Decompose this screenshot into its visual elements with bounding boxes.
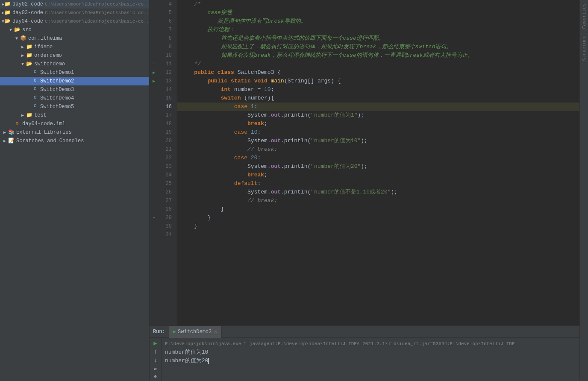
code-content: 如果匹配上了，就会执行对应的语句体，如果此时发现了break，那么结束整个swi… <box>181 43 452 51</box>
code-container: − ▶ ▶ − <box>150 0 579 325</box>
side-tabs: Favorites Structure <box>579 0 588 381</box>
sidebar-item-switchdemo1[interactable]: C SwitchDemo1 <box>0 68 149 77</box>
code-content: break; <box>181 171 268 179</box>
line-num-18: 18 <box>162 120 173 128</box>
sidebar-item-external-libs[interactable]: ▶ 📚 External Libraries <box>0 128 149 137</box>
sidebar-item-ifdemo[interactable]: ▶ 📁 ifdemo <box>0 43 149 51</box>
code-line-16: case 1: <box>177 103 579 111</box>
line-num-19: 19 <box>162 128 173 137</box>
run-wrap-button[interactable]: ⇌ <box>151 366 160 372</box>
java-icon: C <box>32 78 38 85</box>
code-line-21: // break; <box>177 145 579 154</box>
sidebar-item-label: SwitchDemo2 <box>40 78 149 84</box>
folder-icon: 📁 <box>4 1 11 8</box>
line-num-24: 24 <box>162 171 173 179</box>
run-scroll-down-button[interactable]: ↓ <box>151 357 160 364</box>
run-label: Run: <box>153 329 165 335</box>
sidebar-item-label: SwitchDemo5 <box>40 104 149 110</box>
code-content: case 10: <box>181 128 261 137</box>
code-line-28: } <box>177 205 579 214</box>
line-num-9: 9 <box>162 43 173 51</box>
gutter-run-12[interactable]: ▶ <box>150 68 158 77</box>
side-tab-favorites[interactable]: Favorites <box>581 0 588 32</box>
sidebar-item-switchdemo4[interactable]: C SwitchDemo4 <box>0 94 149 103</box>
code-content: } <box>181 205 224 214</box>
sidebar-item-switchdemo[interactable]: ▼ 📂 switchdemo <box>0 60 149 68</box>
code-line-7: 执行流程： <box>177 26 579 34</box>
folder-icon: 📁 <box>26 112 32 119</box>
line-num-5: 5 <box>162 9 173 17</box>
run-output-line-2: number的值为20 <box>165 357 576 365</box>
project-sidebar: ▶ 📁 day02-code C:\Users\moon\IdeaProject… <box>0 0 150 381</box>
gutter-line-6 <box>150 17 158 26</box>
java-icon: C <box>32 69 38 76</box>
collapse-arrow: ▶ <box>20 113 26 118</box>
sidebar-item-label: SwitchDemo1 <box>40 70 149 76</box>
gutter-line-4 <box>150 0 158 9</box>
sidebar-item-day04[interactable]: ▼ 📂 day04-code C:\Users\moon\IdeaProject… <box>0 17 149 26</box>
gutter-line-21 <box>150 145 158 154</box>
text-cursor <box>208 358 209 364</box>
line-num-31: 31 <box>162 231 173 239</box>
folder-icon: 📁 <box>26 44 32 50</box>
gutter-line-22 <box>150 154 158 162</box>
sidebar-item-switchdemo2[interactable]: C SwitchDemo2 <box>0 77 149 85</box>
run-content: ▶ ↑ ↓ ⇌ ⚙ E:\develop\jdk\bin\java.exe "-… <box>150 338 579 381</box>
code-line-24: break; <box>177 171 579 179</box>
sidebar-item-src[interactable]: ▼ 📂 src <box>0 26 149 34</box>
gutter-fold-11[interactable]: − <box>150 60 158 68</box>
line-num-20: 20 <box>162 137 173 145</box>
sidebar-item-switchdemo3[interactable]: C SwitchDemo3 <box>0 85 149 94</box>
java-icon: C <box>32 95 38 102</box>
run-tab-switchdemo3[interactable]: ▶ SwitchDemo3 ✕ <box>169 326 222 338</box>
java-icon: C <box>32 103 38 110</box>
bottom-panel: Run: ▶ SwitchDemo3 ✕ ▶ ↑ ↓ ⇌ ⚙ <box>150 325 579 381</box>
line-num-16: 16 <box>162 103 173 111</box>
code-line-5: case穿透 <box>177 9 579 17</box>
line-num-22: 22 <box>162 154 173 162</box>
sidebar-item-label: SwitchDemo4 <box>40 95 149 101</box>
run-output-line-1: number的值为10 <box>165 348 576 357</box>
code-editor[interactable]: /* case穿透 就是语句体中没有写break导致的。 执行流程： <box>177 0 579 325</box>
sidebar-item-day03[interactable]: ▶ 📁 day03-code C:\Users\moon\IdeaProject… <box>0 9 149 17</box>
sidebar-item-switchdemo5[interactable]: C SwitchDemo5 <box>0 103 149 111</box>
code-content: 如果没有发现break，那么程序会继续执行下一个case的语句体，一直遇到bre… <box>181 51 473 60</box>
gutter-line-10 <box>150 51 158 60</box>
code-line-26: System.out.println("number的值不是1,10或者20")… <box>177 188 579 196</box>
code-line-22: case 20: <box>177 154 579 162</box>
run-scroll-up-button[interactable]: ↑ <box>151 349 160 355</box>
sidebar-item-label: ifdemo <box>34 44 149 50</box>
gutter-line-17 <box>150 111 158 120</box>
sidebar-item-test[interactable]: ▶ 📁 test <box>0 111 149 120</box>
gutter-fold-15[interactable]: − <box>150 94 158 103</box>
code-line-25: default: <box>177 179 579 188</box>
run-tab-label: SwitchDemo3 <box>178 329 212 335</box>
run-command: E:\develop\jdk\bin\java.exe "-javaagent:… <box>165 340 515 348</box>
sidebar-item-label: day03-code <box>12 10 43 16</box>
code-line-29: } <box>177 214 579 222</box>
code-line-6: 就是语句体中没有写break导致的。 <box>177 17 579 26</box>
gutter-fold-28[interactable]: − <box>150 205 158 214</box>
collapse-arrow: ▶ <box>2 138 8 144</box>
code-content: 首先还是会拿着小括号中表达式的值跟下面每一个case进行匹配。 <box>181 34 384 43</box>
line-num-10: 10 <box>162 51 173 60</box>
run-play-button[interactable]: ▶ <box>151 340 160 347</box>
gutter-fold-29[interactable]: − <box>150 214 158 222</box>
gutter-line-25 <box>150 179 158 188</box>
code-line-18: break; <box>177 120 579 128</box>
gutter-line-20 <box>150 137 158 145</box>
run-settings-button[interactable]: ⚙ <box>151 373 160 379</box>
sidebar-item-com-itheima[interactable]: ▼ 📦 com.itheima <box>0 34 149 43</box>
code-line-13: public static void main(String[] args) { <box>177 77 579 85</box>
sidebar-item-day02[interactable]: ▶ 📁 day02-code C:\Users\moon\IdeaProject… <box>0 0 149 9</box>
code-content: switch (number){ <box>181 94 274 103</box>
gutter-run-13[interactable]: ▶ <box>150 77 158 85</box>
side-tab-structure[interactable]: Structure <box>581 32 588 64</box>
folder-open-icon: 📂 <box>4 18 11 25</box>
run-tab-close[interactable]: ✕ <box>214 329 217 334</box>
sidebar-item-iml[interactable]: ⚙ day04-code.iml <box>0 120 149 128</box>
sidebar-item-scratches[interactable]: ▶ 📝 Scratches and Consoles <box>0 137 149 145</box>
sidebar-item-orderdemo[interactable]: ▶ 📁 orderdemo <box>0 51 149 60</box>
collapse-arrow: ▼ <box>14 36 20 41</box>
sidebar-item-label: SwitchDemo3 <box>40 87 149 93</box>
